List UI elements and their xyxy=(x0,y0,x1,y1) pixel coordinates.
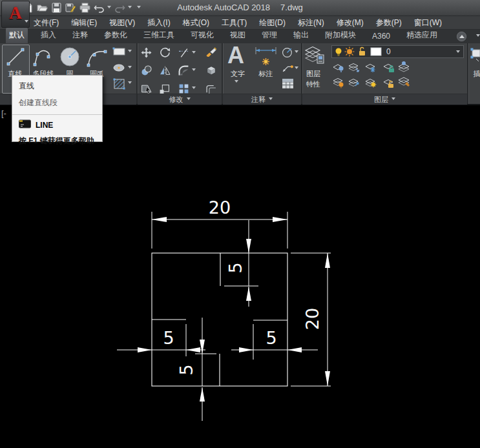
save-icon[interactable] xyxy=(50,2,62,14)
erase-button[interactable] xyxy=(205,46,217,60)
undo-icon[interactable] xyxy=(93,2,105,14)
fillet-dropdown-icon[interactable] xyxy=(192,68,196,73)
modify-panel-label[interactable]: 修改 xyxy=(138,94,222,105)
tab-3d-tools[interactable]: 三维工具 xyxy=(140,28,178,43)
layer-off-icon[interactable] xyxy=(332,77,345,91)
menu-insert[interactable]: 插入(I) xyxy=(147,17,170,28)
explode-button[interactable] xyxy=(205,65,217,79)
tab-insert[interactable]: 插入 xyxy=(37,28,59,43)
tooltip-description: 创建直线段 xyxy=(19,97,96,108)
menu-file[interactable]: 文件(F) xyxy=(34,17,59,28)
dim-text-left-5: 5 xyxy=(163,328,174,348)
tab-manage[interactable]: 管理 xyxy=(258,28,280,43)
collapse-icon xyxy=(459,32,464,38)
layer-color-swatch xyxy=(371,48,381,56)
ribbon-collapse-caret-icon[interactable] xyxy=(476,34,480,39)
arc-button[interactable] xyxy=(84,46,110,70)
tab-view[interactable]: 视图 xyxy=(227,28,249,43)
open-file-icon[interactable] xyxy=(36,2,48,14)
ellipse-button[interactable] xyxy=(112,63,127,76)
copy-button[interactable] xyxy=(141,65,152,79)
rotate-button[interactable] xyxy=(160,47,171,61)
fillet-button[interactable] xyxy=(178,65,189,79)
tab-parametric[interactable]: 参数化 xyxy=(101,28,130,43)
menu-dimension[interactable]: 标注(N) xyxy=(298,17,324,28)
layer-match-icon[interactable] xyxy=(397,61,411,76)
tooltip-help-text: 按 F1 键获得更多帮助 xyxy=(19,136,96,147)
autocad-window: Autodesk AutoCAD 20187.dwg xyxy=(0,0,480,448)
hatch-dropdown-icon[interactable] xyxy=(128,81,132,86)
tab-add-ins[interactable]: 附加模块 xyxy=(322,28,359,43)
tooltip-title: 直线 xyxy=(19,81,96,92)
trim-button[interactable] xyxy=(178,48,189,60)
rectangle-dropdown-icon[interactable] xyxy=(128,50,132,54)
menu-format[interactable]: 格式(O) xyxy=(183,17,209,28)
tab-annotate[interactable]: 注释 xyxy=(69,28,91,43)
menu-draw[interactable]: 绘图(D) xyxy=(259,17,286,28)
menu-parametric[interactable]: 参数(P) xyxy=(376,17,402,28)
trim-dropdown-icon[interactable] xyxy=(192,51,196,56)
table-button[interactable] xyxy=(282,78,294,92)
modify-panel-caret-icon xyxy=(187,97,191,102)
layer-set-current-icon[interactable] xyxy=(348,62,360,76)
undo-dropdown-icon[interactable] xyxy=(107,6,111,10)
layer-freeze-button-icon[interactable] xyxy=(364,62,377,76)
text-button[interactable]: A xyxy=(227,43,244,68)
layers-panel-label[interactable]: 图层 xyxy=(302,94,467,105)
line-tooltip: 直线 创建直线段 LINE 按 F1 键获得更多帮助 xyxy=(12,75,103,142)
dim-text-mid-right-5: 5 xyxy=(266,328,277,348)
tooltip-separator xyxy=(12,114,102,115)
ribbon-tab-row: 默认 插入 注释 参数化 三维工具 可视化 视图 管理 输出 附加模块 A360… xyxy=(0,30,480,43)
qat-customize-icon[interactable] xyxy=(137,6,141,10)
text-dropdown-icon[interactable] xyxy=(235,80,238,85)
line-icon xyxy=(5,46,26,70)
layer-lock-button-icon[interactable] xyxy=(382,62,395,76)
centermark-dropdown-icon[interactable] xyxy=(295,50,298,55)
move-button[interactable] xyxy=(141,47,152,61)
command-line-icon xyxy=(19,119,31,131)
layer-thaw-icon[interactable] xyxy=(364,77,377,91)
save-as-icon[interactable] xyxy=(65,2,76,14)
tab-output[interactable]: 输出 xyxy=(290,28,312,43)
layer-isolate-icon[interactable] xyxy=(332,62,345,76)
tab-home[interactable]: 默认 xyxy=(6,28,28,43)
menu-window[interactable]: 窗口(W) xyxy=(414,17,442,28)
layer-properties-button[interactable] xyxy=(304,45,325,70)
leader-button[interactable] xyxy=(282,63,294,76)
tab-featured-apps[interactable]: 精选应用 xyxy=(403,28,441,43)
tooltip-command: LINE xyxy=(36,121,53,130)
ellipse-dropdown-icon[interactable] xyxy=(128,66,132,70)
layer-unlock-icon[interactable] xyxy=(382,77,395,91)
insert-block-button[interactable] xyxy=(470,47,480,69)
layers-panel-caret-icon xyxy=(391,97,395,102)
mirror-button[interactable] xyxy=(160,65,171,79)
plot-icon[interactable] xyxy=(79,2,90,14)
app-title: Autodesk AutoCAD 2018 xyxy=(177,3,270,12)
redo-dropdown-icon[interactable] xyxy=(128,6,132,10)
polyline-button[interactable] xyxy=(31,46,56,71)
rectangle-button[interactable] xyxy=(112,46,127,59)
drawing-canvas[interactable]: [- xyxy=(0,105,480,448)
hatch-button[interactable] xyxy=(112,77,127,93)
redo-icon[interactable] xyxy=(114,2,125,14)
layer-previous-icon[interactable] xyxy=(348,77,360,91)
tab-a360[interactable]: A360 xyxy=(369,30,393,43)
menu-tools[interactable]: 工具(T) xyxy=(222,17,247,28)
layer-state-icon[interactable] xyxy=(397,76,411,91)
annotate-panel-label[interactable]: 注释 xyxy=(223,94,301,105)
centermark-button[interactable] xyxy=(282,46,294,61)
menu-edit[interactable]: 编辑(E) xyxy=(71,17,97,28)
layer-select[interactable]: 0 xyxy=(331,45,464,58)
dim-text-right-20: 20 xyxy=(302,308,322,330)
ribbon-collapse-button[interactable] xyxy=(457,32,466,41)
viewport-controls-label[interactable]: [- xyxy=(1,108,6,118)
annotate-panel-caret-icon xyxy=(269,97,273,102)
menu-modify[interactable]: 修改(M) xyxy=(337,17,364,28)
application-menu-button[interactable]: A xyxy=(1,1,30,28)
circle-button[interactable] xyxy=(57,45,82,71)
dimension-button[interactable] xyxy=(254,46,278,70)
tab-visualize[interactable]: 可视化 xyxy=(187,28,217,43)
drawing-area[interactable]: [- xyxy=(0,105,480,448)
menu-view[interactable]: 视图(V) xyxy=(109,17,135,28)
array-dropdown-icon[interactable] xyxy=(192,87,196,91)
